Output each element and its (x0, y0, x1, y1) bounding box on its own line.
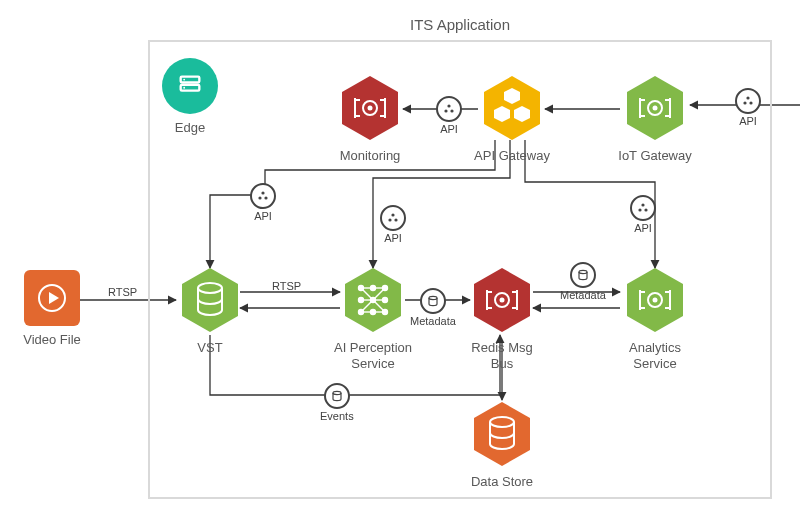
api-icon (630, 195, 656, 221)
svg-point-25 (371, 310, 376, 315)
database-icon (324, 383, 350, 409)
node-iot-gateway-label: IoT Gateway (615, 148, 695, 164)
api-icon (380, 205, 406, 231)
api-badge-label: API (739, 115, 757, 127)
api-badge-iot-in: API (735, 88, 761, 127)
svg-point-22 (359, 310, 364, 315)
svg-point-46 (391, 213, 394, 216)
app-title: ITS Application (410, 16, 510, 33)
api-badge-label: API (254, 210, 272, 222)
node-monitoring-label: Monitoring (330, 148, 410, 164)
svg-point-53 (579, 270, 587, 273)
svg-point-52 (429, 296, 437, 299)
api-badge-label: API (634, 222, 652, 234)
edge-label-rtsp-1: RTSP (108, 286, 137, 298)
svg-point-34 (653, 298, 658, 303)
svg-marker-12 (182, 268, 238, 332)
metadata-badge-redis-analytics: Metadata (560, 262, 606, 301)
svg-point-39 (450, 109, 453, 112)
api-badge-analytics: API (630, 195, 656, 234)
node-vst-label: VST (170, 340, 250, 356)
edge-label-rtsp-2: RTSP (272, 280, 301, 292)
svg-point-6 (368, 106, 373, 111)
svg-point-3 (183, 87, 185, 89)
api-badge-label: API (440, 123, 458, 135)
node-ai-perception-label: AI Perception Service (333, 340, 413, 373)
svg-point-54 (333, 391, 341, 394)
svg-point-48 (394, 218, 397, 221)
node-iot-gateway: IoT Gateway (615, 74, 695, 164)
node-data-store-label: Data Store (462, 474, 542, 490)
svg-point-47 (388, 218, 391, 221)
svg-point-21 (359, 298, 364, 303)
api-icon (250, 183, 276, 209)
node-video-file: Video File (12, 270, 92, 348)
api-badge-vst: API (250, 183, 276, 222)
node-redis-label: Redis Msg Bus (462, 340, 542, 373)
svg-point-44 (258, 196, 261, 199)
api-icon (735, 88, 761, 114)
node-video-file-label: Video File (12, 332, 92, 348)
node-edge-label: Edge (150, 120, 230, 136)
api-badge-ai: API (380, 205, 406, 244)
node-edge: Edge (150, 58, 230, 136)
svg-point-45 (264, 196, 267, 199)
node-data-store: Data Store (462, 400, 542, 490)
svg-point-49 (641, 203, 644, 206)
api-badge-mon: API (436, 96, 462, 135)
metadata-badge-label: Metadata (560, 289, 606, 301)
server-stack-icon (162, 58, 218, 114)
api-badge-label: API (384, 232, 402, 244)
node-redis: Redis Msg Bus (462, 266, 542, 373)
node-analytics: Analytics Service (615, 266, 695, 373)
svg-point-24 (371, 298, 376, 303)
svg-point-28 (383, 310, 388, 315)
svg-point-27 (383, 298, 388, 303)
metadata-badge-ai-redis: Metadata (410, 288, 456, 327)
svg-point-42 (749, 101, 752, 104)
metadata-badge-label: Metadata (410, 315, 456, 327)
node-api-gateway-label: API Gateway (472, 148, 552, 164)
svg-point-10 (653, 106, 658, 111)
node-analytics-label: Analytics Service (615, 340, 695, 373)
svg-point-41 (743, 101, 746, 104)
node-ai-perception: AI Perception Service (333, 266, 413, 373)
svg-marker-35 (474, 402, 530, 466)
svg-point-31 (500, 298, 505, 303)
play-icon (24, 270, 80, 326)
svg-marker-7 (484, 76, 540, 140)
node-api-gateway: API Gateway (472, 74, 552, 164)
svg-point-26 (383, 286, 388, 291)
svg-point-20 (359, 286, 364, 291)
svg-point-2 (183, 79, 185, 81)
svg-point-40 (746, 96, 749, 99)
database-icon (570, 262, 596, 288)
svg-point-51 (644, 208, 647, 211)
svg-point-23 (371, 286, 376, 291)
events-badge: Events (320, 383, 354, 422)
database-icon (420, 288, 446, 314)
svg-point-50 (638, 208, 641, 211)
node-monitoring: Monitoring (330, 74, 410, 164)
events-badge-label: Events (320, 410, 354, 422)
svg-point-43 (261, 191, 264, 194)
node-vst: VST (170, 266, 250, 356)
svg-point-37 (447, 104, 450, 107)
svg-point-38 (444, 109, 447, 112)
api-icon (436, 96, 462, 122)
